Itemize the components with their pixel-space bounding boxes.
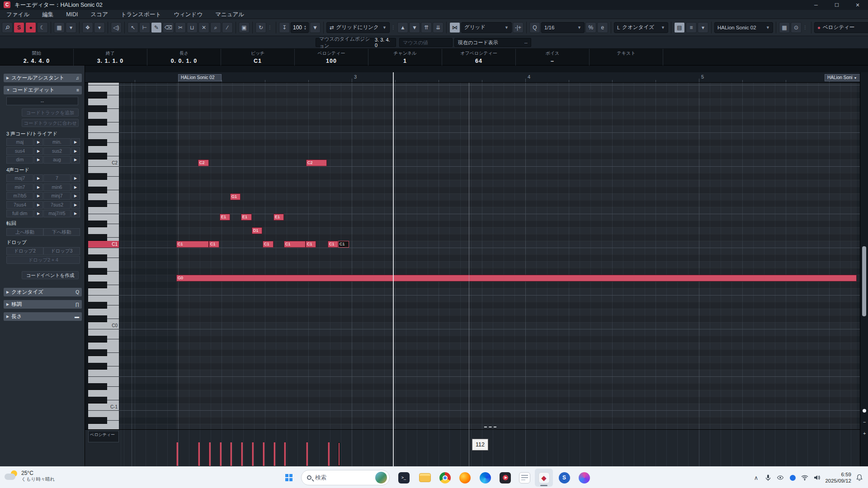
glue-tool[interactable]: ⊔ xyxy=(187,22,198,33)
chord-button-full dim[interactable]: full dim xyxy=(6,210,33,217)
taskbar-icon-notepad[interactable] xyxy=(515,469,533,487)
pin-icon[interactable]: ⚲ xyxy=(2,22,13,33)
velocity-bar[interactable] xyxy=(328,442,330,466)
info-field-長さ[interactable]: 長さ0. 0. 1. 0 xyxy=(147,49,221,66)
midi-note-C1[interactable]: C1 xyxy=(263,241,274,248)
info-field-ピッチ[interactable]: ピッチC1 xyxy=(221,49,295,66)
chord-arrow-7sus4[interactable]: ▶ xyxy=(34,201,43,209)
black-key[interactable] xyxy=(88,315,107,322)
snap-on-off-button[interactable]: ⋈ xyxy=(449,22,460,33)
chord-button-sus2[interactable]: sus2 xyxy=(43,147,71,155)
chord-button-min.[interactable]: min. xyxy=(43,138,71,146)
chord-arrow-m7/b5[interactable]: ▶ xyxy=(34,192,43,200)
length-quantize-link-dropdown[interactable]: ⇄グリッドにリンク▼ xyxy=(326,22,390,33)
midi-note-C1[interactable]: C1 xyxy=(328,241,338,248)
piano-keyboard[interactable]: C1C2C0C-1 xyxy=(88,83,119,429)
chord-button-7sus4[interactable]: 7sus4 xyxy=(6,201,33,209)
chord-button-7sus2[interactable]: 7sus2 xyxy=(43,201,71,209)
solo-editor-button[interactable]: S xyxy=(14,22,24,33)
chord-button-7[interactable]: 7 xyxy=(43,174,71,182)
part-selector-dropdown[interactable]: HALion Sonic 02▼ xyxy=(714,22,773,33)
independent-track-loop-button[interactable]: ↻ xyxy=(255,22,266,33)
black-key[interactable] xyxy=(88,119,107,126)
nudge-button-0[interactable]: ▲ xyxy=(397,22,408,33)
taskbar-icon-file-explorer[interactable] xyxy=(416,469,434,487)
midi-note-C1[interactable]: C1 xyxy=(306,241,316,248)
black-key[interactable] xyxy=(88,349,107,356)
trim-tool[interactable]: ⊢ xyxy=(139,22,150,33)
midi-note-G1[interactable]: G1 xyxy=(230,193,241,200)
event-color-dropdown[interactable]: ●ベロシティー▼ xyxy=(814,22,868,33)
taskbar-icon-studio-app[interactable] xyxy=(575,469,593,487)
chord-button-maj7[interactable]: maj7 xyxy=(6,174,33,182)
part-start-label[interactable]: HALion Sonic 02 xyxy=(178,74,222,81)
section-length[interactable]: ▶長さ▬ xyxy=(4,312,82,321)
menu-item-トランスポート[interactable]: トランスポート xyxy=(114,10,167,19)
grid-type-button[interactable]: -|+ xyxy=(513,22,524,33)
chord-button-maj7/#5[interactable]: maj7/#5 xyxy=(43,210,71,217)
insert-velocity-value[interactable]: 100▲▼ xyxy=(291,22,309,33)
midi-note-C1[interactable]: C1 xyxy=(176,241,209,248)
taskbar-clock[interactable]: 6:59 2025/09/12 xyxy=(825,471,851,484)
drop-button-ドロップ2[interactable]: ドロップ2 xyxy=(6,247,43,255)
midi-note-C1[interactable]: C1 xyxy=(284,241,306,248)
show-transformations-button[interactable]: ❖ xyxy=(82,22,93,33)
taskbar-icon-steinberg-app[interactable]: S xyxy=(555,469,573,487)
black-key[interactable] xyxy=(88,397,107,404)
close-button[interactable]: ✕ xyxy=(847,0,868,10)
chord-arrow-maj7[interactable]: ▶ xyxy=(34,174,43,182)
midi-note-E1[interactable]: E1 xyxy=(220,214,230,221)
show-note-expression-button[interactable]: ▤ xyxy=(674,22,685,33)
menu-item-マニュアル[interactable]: マニュアル xyxy=(209,10,250,19)
info-field-ベロシティー[interactable]: ベロシティー100 xyxy=(295,49,368,66)
erase-tool[interactable]: ⌫ xyxy=(163,22,174,33)
add-chord-track-button[interactable]: コードトラックを追加 xyxy=(22,108,79,117)
maximize-button[interactable]: ☐ xyxy=(826,0,847,10)
menu-item-ウィンドウ[interactable]: ウィンドウ xyxy=(167,10,209,19)
velocity-bar[interactable] xyxy=(241,442,243,466)
black-key[interactable] xyxy=(88,187,107,193)
taskbar-icon-media-player[interactable] xyxy=(496,469,514,487)
velocity-bar[interactable] xyxy=(176,442,178,466)
wifi-icon[interactable] xyxy=(801,474,809,482)
section-quantize[interactable]: ▶クオンタイズQ xyxy=(4,288,82,296)
nudge-button-2[interactable]: ⇈ xyxy=(421,22,432,33)
chord-button-aug[interactable]: aug xyxy=(43,156,71,164)
velocity-bar[interactable] xyxy=(284,442,286,466)
weather-widget[interactable]: 25°C くもり時々晴れ xyxy=(5,469,55,483)
taskbar-icon-terminal[interactable]: >_ xyxy=(395,469,413,487)
dots[interactable]: ⋮ xyxy=(268,25,273,30)
info-field-開始[interactable]: 開始2. 4. 4. 0 xyxy=(0,49,74,66)
chord-button-minj7[interactable]: minj7 xyxy=(43,192,71,200)
midi-note-E1[interactable]: E1 xyxy=(274,214,284,221)
drop-button-ドロップ3[interactable]: ドロップ3 xyxy=(43,247,80,255)
midi-note-C1[interactable]: C1 xyxy=(338,241,349,248)
part-list-dropdown[interactable]: HALion Soni ▼ xyxy=(825,74,860,81)
black-key[interactable] xyxy=(88,417,107,424)
velocity-bar[interactable] xyxy=(252,442,254,466)
chord-arrow-sus2[interactable]: ▶ xyxy=(71,147,80,155)
auto-select-controllers-button[interactable]: ▦ xyxy=(54,22,65,33)
highlighted-key-C1[interactable]: C1 xyxy=(88,241,119,248)
tray-chevron-up-icon[interactable]: ∧ xyxy=(752,474,760,482)
chord-arrow-sus4[interactable]: ▶ xyxy=(34,147,43,155)
black-key[interactable] xyxy=(88,302,107,309)
insert-velocity-icon[interactable]: ↧ xyxy=(279,22,290,33)
chord-arrow-full dim[interactable]: ▶ xyxy=(34,210,43,217)
match-chord-track-button[interactable]: コードトラックに合わせる xyxy=(22,119,79,127)
black-key[interactable] xyxy=(88,363,107,370)
nudge-button-3[interactable]: ⇊ xyxy=(433,22,443,33)
privacy-eye-icon[interactable] xyxy=(776,474,784,482)
minimize-button[interactable]: ─ xyxy=(806,0,826,10)
time-ruler[interactable]: 345HALion Sonic 02HALion Soni ▼ xyxy=(85,72,860,83)
black-key[interactable] xyxy=(88,282,107,288)
taskbar-icon-firefox[interactable] xyxy=(456,469,474,487)
black-key[interactable] xyxy=(88,336,107,343)
drop-2-4-button[interactable]: ドロップ2 + 4 xyxy=(6,256,80,264)
chord-button-min7[interactable]: min7 xyxy=(6,183,33,191)
edit-active-part-button[interactable]: ≡ xyxy=(686,22,697,33)
info-field-テキスト[interactable]: テキスト xyxy=(590,49,663,66)
chord-arrow-7[interactable]: ▶ xyxy=(71,174,80,182)
nudge-button-1[interactable]: ▼ xyxy=(409,22,420,33)
section-scale-assistant[interactable]: ▶スケールアシスタント♫ xyxy=(4,74,82,82)
